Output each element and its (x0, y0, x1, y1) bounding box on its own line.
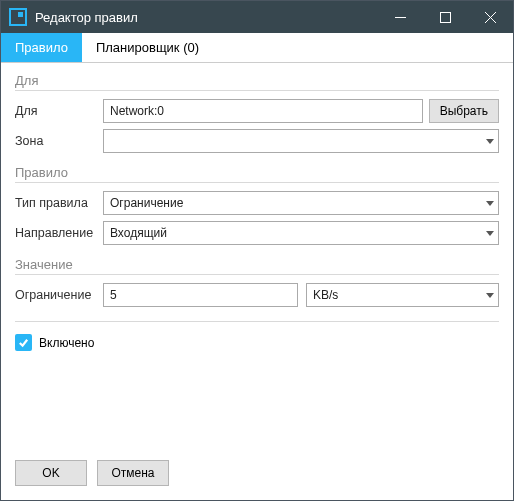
tab-rule[interactable]: Правило (1, 33, 82, 62)
label-for: Для (15, 104, 103, 118)
titlebar: Редактор правил (1, 1, 513, 33)
minimize-button[interactable] (378, 1, 423, 33)
ruletype-value: Ограничение (110, 196, 183, 210)
chevron-down-icon (486, 231, 494, 236)
cancel-button[interactable]: Отмена (97, 460, 169, 486)
content-area: Для Для Выбрать Зона Правило Тип правила… (1, 63, 513, 450)
chevron-down-icon (486, 293, 494, 298)
unit-select[interactable]: KB/s (306, 283, 499, 307)
enabled-checkbox[interactable] (15, 334, 32, 351)
for-input[interactable] (103, 99, 423, 123)
ok-button[interactable]: OK (15, 460, 87, 486)
tab-scheduler[interactable]: Планировщик (0) (82, 33, 213, 62)
unit-value: KB/s (313, 288, 338, 302)
maximize-button[interactable] (423, 1, 468, 33)
label-direction: Направление (15, 226, 103, 240)
label-zone: Зона (15, 134, 103, 148)
close-button[interactable] (468, 1, 513, 33)
direction-select[interactable]: Входящий (103, 221, 499, 245)
chevron-down-icon (486, 201, 494, 206)
chevron-down-icon (486, 139, 494, 144)
label-ruletype: Тип правила (15, 196, 103, 210)
select-button[interactable]: Выбрать (429, 99, 499, 123)
footer: OK Отмена (1, 450, 513, 500)
ruletype-select[interactable]: Ограничение (103, 191, 499, 215)
check-icon (18, 337, 29, 348)
direction-value: Входящий (110, 226, 167, 240)
window-title: Редактор правил (35, 10, 378, 25)
enabled-label: Включено (39, 336, 94, 350)
label-limit: Ограничение (15, 288, 103, 302)
section-value: Значение (15, 251, 499, 275)
section-rule: Правило (15, 159, 499, 183)
limit-input[interactable] (103, 283, 298, 307)
svg-rect-1 (441, 12, 451, 22)
zone-select[interactable] (103, 129, 499, 153)
divider (15, 321, 499, 322)
rule-editor-window: Редактор правил Правило Планировщик (0) … (0, 0, 514, 501)
section-for: Для (15, 67, 499, 91)
app-icon (9, 8, 27, 26)
tabs: Правило Планировщик (0) (1, 33, 513, 63)
